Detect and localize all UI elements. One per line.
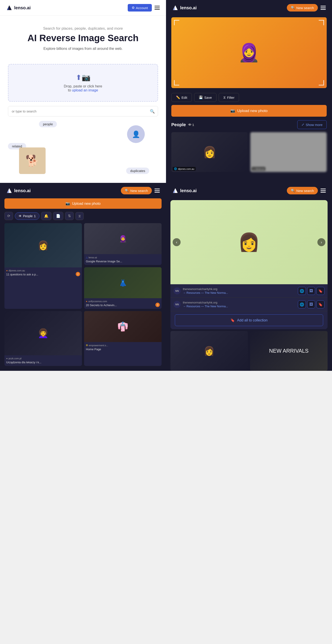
bottom-left-header: lenso.ai 🔍 New search <box>0 183 166 198</box>
search-icon-tr: 🔍 <box>291 6 295 10</box>
upload-link[interactable]: upload an image <box>72 88 98 92</box>
result-info-2: △ lenso.ai Google Reverse Image Se... <box>84 254 162 265</box>
search-bar: 🔍 <box>8 106 158 116</box>
source-info-2: thenewnormalcharityhk.org → Resources — … <box>183 301 228 308</box>
edit-icon: ✏️ <box>176 96 180 100</box>
notification-filter-btn[interactable]: 🔔 <box>41 212 51 220</box>
account-button[interactable]: ⚙ Account <box>128 4 152 12</box>
app-grid: lenso.ai ⚙ Account Search for places, pe… <box>0 0 332 371</box>
upload-dropzone[interactable]: ⬆📷 Drop, paste or click here to upload a… <box>8 64 158 102</box>
eye-icon: 👁 <box>188 123 192 127</box>
image-action-row: ✏️ Edit 💾 Save ⧖ Filter <box>166 90 332 105</box>
menu-button-dark[interactable] <box>320 6 326 10</box>
upload-icon-bl: 📷 <box>66 202 70 206</box>
result-image-2: 🧕 <box>84 223 162 254</box>
new-search-button-bl[interactable]: 🔍 New search <box>121 187 152 194</box>
duplicates-category[interactable]: duplicates <box>126 168 149 174</box>
save-button[interactable]: 💾 Save <box>194 93 216 102</box>
menu-button-bl[interactable] <box>154 188 160 192</box>
logo-dark: lenso.ai <box>172 5 196 11</box>
result-item-6[interactable]: 👘 ✿ empowerment.s... Home Page <box>84 311 162 366</box>
corner-br <box>319 80 324 86</box>
source-avatar-1: NN <box>174 287 180 294</box>
options-filter-btn[interactable]: ⧖ <box>76 212 84 220</box>
add-all-to-collection-button[interactable]: 🔖 Add all to collection <box>175 314 323 326</box>
logo-icon-dark <box>172 5 178 11</box>
new-search-button-tr[interactable]: 🔍 New search <box>287 4 318 12</box>
source-globe-btn-2[interactable]: 🌐 <box>298 300 306 308</box>
more-result-1[interactable]: 👩 <box>170 331 248 371</box>
top-right-panel: lenso.ai 🔍 New search 🧕 ✏️ Edit <box>166 0 332 183</box>
menu-button-br[interactable] <box>320 188 326 192</box>
doc-filter-btn[interactable]: 📄 <box>53 212 63 220</box>
back-filter-btn[interactable]: ⟳ <box>4 212 13 220</box>
upload-new-photo-button[interactable]: 📷 Upload new photo <box>171 105 327 117</box>
bottom-right-panel: lenso.ai 🔍 New search ✕ ‹ 👩 › <box>166 183 332 371</box>
result-info-5: ● pczk.com.pl Urządzenia dla lekarzy i k… <box>4 355 82 366</box>
edit-button[interactable]: ✏️ Edit <box>171 93 192 102</box>
top-right-header: lenso.ai 🔍 New search <box>166 0 332 16</box>
result-image-5: 👩‍🦱 <box>4 311 82 355</box>
upload-new-photo-button-bl[interactable]: 📷 Upload new photo <box>4 198 162 209</box>
result-info-4: ● unifycosmos.com 20 Secrets to Achievin… <box>84 298 162 309</box>
section-header: People 👁 1 ⤢ Show more <box>171 120 327 129</box>
logo-text-dark: lenso.ai <box>180 5 196 10</box>
source-img-btn-1[interactable]: 🖼 <box>307 287 315 295</box>
modal-prev-button[interactable]: ‹ <box>173 238 180 246</box>
source-save-btn-1[interactable]: 🔖 <box>316 287 324 295</box>
result-item-2[interactable]: 🧕 △ lenso.ai Google Reverse Image Se... <box>84 223 162 265</box>
source-dot-6: ✿ <box>86 344 88 347</box>
eye-icon-filter: 👁 <box>18 214 22 218</box>
modal-next-button[interactable]: › <box>318 238 325 246</box>
search-image-preview: 🧕 <box>171 17 327 88</box>
bottom-left-panel: lenso.ai 🔍 New search 📷 Upload new photo… <box>0 183 166 371</box>
source-globe-btn-1[interactable]: 🌐 <box>298 287 306 295</box>
show-more-button[interactable]: ⤢ Show more <box>297 120 327 129</box>
image-detail-modal: ✕ ‹ 👩 › NN thenewnormalcharityhk.org → R… <box>170 200 328 329</box>
result-item-1[interactable]: 👩 ● dijones.com.au 11 questions to ask a… <box>4 223 82 309</box>
logo-icon-bl <box>6 188 12 194</box>
filter-button[interactable]: ⧖ Filter <box>219 93 239 102</box>
result-item-4[interactable]: 👗 ● unifycosmos.com 20 Secrets to Achiev… <box>84 267 162 309</box>
result-image-6: 👘 <box>84 311 162 342</box>
source-icon-2: △ <box>253 167 255 170</box>
filter-row: ⟳ 👁 People 1 🔔 📄 ⇅ ⧖ <box>0 212 166 223</box>
people-filter-chip[interactable]: 👁 People 1 <box>15 212 40 220</box>
results-masonry-grid: 👩 ● dijones.com.au 11 questions to ask a… <box>0 223 166 366</box>
result-item-5[interactable]: 👩‍🦱 ● pczk.com.pl Urządzenia dla lekarzy… <box>4 311 82 366</box>
source-dot-1: ● <box>6 269 8 272</box>
search-button[interactable]: 🔍 <box>147 107 158 116</box>
save-icon: 💾 <box>199 96 203 100</box>
result-source-1: 🌐 dijones.com.au <box>173 167 196 171</box>
source-row-2: NN thenewnormalcharityhk.org → Resources… <box>170 298 328 311</box>
source-avatar-2: NN <box>174 301 180 308</box>
hero-section: Search for places, people, duplicates, a… <box>0 16 166 58</box>
result-source-label-6: ✿ empowerment.s... <box>86 344 160 347</box>
more-result-emoji-2: NEW ARRIVALS <box>269 348 308 354</box>
header-actions: ⚙ Account <box>128 4 160 12</box>
section-title: People 👁 1 <box>171 122 194 127</box>
source-info-1: thenewnormalcharityhk.org → Resources — … <box>183 287 228 294</box>
logo-text: lenso.ai <box>14 5 30 10</box>
people-category[interactable]: people <box>39 121 57 127</box>
sort-filter-btn[interactable]: ⇅ <box>65 212 74 220</box>
categories-visual: people related duplicates 👤 🐕 <box>8 121 158 178</box>
upload-instruction: Drop, paste or click here to upload an i… <box>13 84 153 92</box>
source-dot-2: △ <box>86 256 88 259</box>
new-search-button-br[interactable]: 🔍 New search <box>287 187 318 194</box>
hero-title: AI Reverse Image Search <box>9 33 157 43</box>
menu-button[interactable] <box>154 6 160 10</box>
source-save-btn-2[interactable]: 🔖 <box>316 300 324 308</box>
source-row-1: NN thenewnormalcharityhk.org → Resources… <box>170 284 328 298</box>
top-left-panel: lenso.ai ⚙ Account Search for places, pe… <box>0 0 166 183</box>
more-result-2[interactable]: NEW ARRIVALS <box>250 331 328 371</box>
result-card-1[interactable]: 👩 🌐 dijones.com.au <box>171 132 248 172</box>
result-card-2[interactable]: △ lenso.ai <box>250 132 327 172</box>
result-source-label-5: ● pczk.com.pl <box>6 357 80 360</box>
logo-text-bl: lenso.ai <box>14 188 30 193</box>
header-actions-dark: 🔍 New search <box>287 4 326 12</box>
source-img-btn-2[interactable]: 🖼 <box>307 300 315 308</box>
source-actions-1: 🌐 🖼 🔖 <box>298 287 324 295</box>
search-input[interactable] <box>8 106 147 116</box>
category-person-thumbnail: 👤 <box>127 125 145 143</box>
